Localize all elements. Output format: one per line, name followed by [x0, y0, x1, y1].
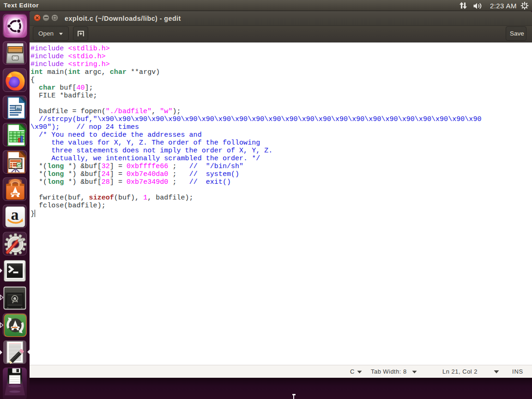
svg-text:a: a: [11, 206, 19, 223]
